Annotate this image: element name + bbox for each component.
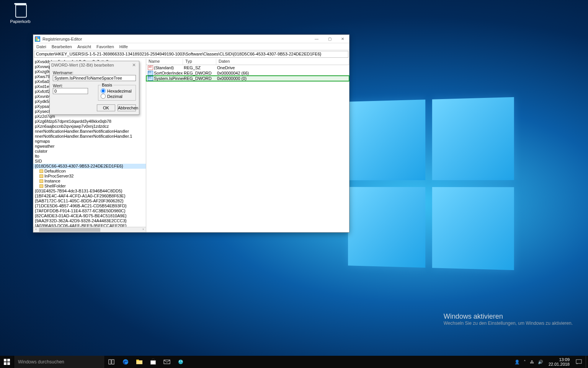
show-desktop-button[interactable] [586, 356, 588, 368]
cancel-button[interactable]: Abbrechen [118, 104, 136, 111]
menu-datei[interactable]: Datei [36, 44, 46, 49]
value-name: System.IsPinnedTo... [154, 76, 184, 81]
svg-rect-7 [136, 360, 142, 364]
volume-icon[interactable]: 🔊 [538, 360, 543, 365]
value-name: SortOrderIndex [154, 71, 184, 75]
tree-item[interactable]: SID [33, 159, 146, 164]
values-pane: Name Typ Daten (Standard)REG_SZOneDriveS… [146, 59, 349, 232]
value-data: 0x00000042 (66) [217, 71, 349, 75]
task-view-button[interactable] [105, 356, 119, 368]
col-name[interactable]: Name [146, 59, 183, 65]
col-typ[interactable]: Typ [183, 59, 216, 65]
scroll-left-icon[interactable]: ‹ [33, 227, 39, 233]
people-icon[interactable]: 👤 [514, 360, 520, 365]
menu-ansicht[interactable]: Ansicht [77, 44, 91, 49]
wertname-label: Wertname: [53, 70, 136, 75]
window-title: Registrierungs-Editor [42, 37, 82, 41]
folder-icon [39, 174, 43, 178]
tree-item[interactable]: nnerNotificationHandler.BannerNotificati… [33, 129, 146, 134]
tree-item-selected[interactable]: {018D5C66-4533-4307-9B53-224DE2ED1FE6} [33, 164, 146, 169]
svg-rect-9 [150, 360, 156, 365]
clock-date: 22.01.2018 [549, 362, 570, 366]
value-row[interactable]: SortOrderIndexREG_DWORD0x00000042 (66) [146, 70, 349, 76]
list-header[interactable]: Name Typ Daten [146, 59, 349, 65]
tree-item[interactable]: pXzg6fdzp57dpmt1dqardd3y48kkx0qb78 [33, 119, 146, 124]
svg-rect-4 [109, 360, 111, 364]
wallpaper-windows-logo [348, 97, 514, 270]
action-center-icon[interactable] [572, 356, 586, 368]
recycle-bin[interactable]: Papierkorb [7, 2, 34, 24]
tree-item[interactable]: {82CA8DE3-01AD-4CEA-9D75-BE4C51810A9E} [33, 213, 146, 218]
app-icon[interactable] [174, 356, 188, 368]
search-placeholder: Windows durchsuchen [18, 359, 64, 365]
menu-bearbeiten[interactable]: Bearbeiten [52, 44, 72, 49]
value-icon [148, 76, 153, 81]
watermark-title: Windows aktivieren [444, 313, 573, 321]
svg-rect-8 [136, 360, 139, 361]
clock[interactable]: 13:09 22.01.2018 [546, 357, 572, 366]
regedit-icon [35, 36, 40, 42]
store-icon[interactable] [146, 356, 160, 368]
tree-item[interactable]: pXzn6aajbccnb2qvxjawp7v0xnj1zdzdcz [33, 124, 146, 129]
address-bar[interactable]: Computer\HKEY_USERS\S-1-5-21-369866333-1… [34, 51, 348, 58]
ok-button[interactable]: OK [97, 104, 115, 111]
value-type: REG_DWORD [184, 76, 217, 81]
scroll-thumb[interactable] [39, 228, 100, 232]
maximize-button[interactable]: ▢ [323, 35, 336, 43]
dialog-title: DWORD-Wert (32-Bit) bearbeiten [51, 63, 114, 67]
tree-item[interactable]: {031E4825-7B94-4dc3-B131-E946B44C8DD5} [33, 189, 146, 194]
svg-rect-2 [4, 362, 7, 365]
value-icon [148, 71, 153, 75]
clock-time: 13:09 [549, 357, 570, 362]
mail-icon[interactable] [160, 356, 174, 368]
value-type: REG_DWORD [184, 71, 217, 75]
value-row[interactable]: System.IsPinnedTo...REG_DWORD0x00000000 … [146, 76, 349, 81]
system-tray[interactable]: 👤 ˄ 🖧 🔊 [511, 360, 546, 365]
radio-hex[interactable] [101, 88, 106, 93]
edge-icon[interactable] [119, 356, 132, 368]
dialog-close-button[interactable]: ✕ [131, 62, 137, 68]
activation-watermark: Windows aktivieren Wechseln Sie zu den E… [444, 313, 573, 326]
value-data: OneDrive [217, 65, 349, 70]
tree-subitem[interactable]: DefaultIcon [33, 169, 146, 174]
titlebar[interactable]: Registrierungs-Editor — ▢ ✕ [33, 35, 349, 43]
radio-dec[interactable] [101, 94, 106, 99]
tree-item[interactable]: {7AFDFDDB-F914-11E4-8377-6C3BE50D980C} [33, 208, 146, 213]
tree-item[interactable]: {5AB7172C-9C11-405C-8DD5-AF20F3606282} [33, 199, 146, 204]
menu-favoriten[interactable]: Favoriten [96, 44, 114, 49]
recycle-bin-label: Papierkorb [7, 19, 34, 24]
tree-item[interactable]: {71DCE5D6-4B57-496B-AC21-CD5B54EB93FD} [33, 204, 146, 208]
minimize-button[interactable]: — [310, 35, 323, 43]
tray-chevron-icon[interactable]: ˄ [524, 360, 526, 365]
value-row[interactable]: (Standard)REG_SZOneDrive [146, 65, 349, 70]
svg-point-11 [178, 360, 183, 364]
tree-item[interactable]: lto [33, 154, 146, 159]
value-type: REG_SZ [184, 65, 217, 70]
tree-item[interactable]: ngmaps [33, 139, 146, 144]
menu-hilfe[interactable]: Hilfe [119, 44, 128, 49]
close-button[interactable]: ✕ [336, 35, 349, 43]
tree-item[interactable]: ngweather [33, 144, 146, 149]
dialog-titlebar[interactable]: DWORD-Wert (32-Bit) bearbeiten ✕ [50, 61, 139, 69]
tree-item[interactable]: culator [33, 149, 146, 154]
scroll-right-icon[interactable]: › [140, 227, 146, 233]
network-icon[interactable]: 🖧 [530, 360, 534, 364]
wert-input[interactable] [53, 88, 88, 94]
radio-hex-label: Hexadezimal [107, 89, 132, 93]
tree-hscrollbar[interactable]: ‹ › [33, 227, 146, 232]
search-box[interactable]: Windows durchsuchen [14, 356, 105, 368]
tree-item[interactable]: nnerNotificationHandler.BannerNotificati… [33, 134, 146, 139]
wertname-input[interactable] [53, 75, 136, 81]
tree-item[interactable]: {9AA2F32D-362A-42D9-9328-24A4483E2CCC3} [33, 218, 146, 223]
file-explorer-icon[interactable] [132, 356, 146, 368]
tree-item[interactable]: {1BF42E4C-4AF4-4CFD-A1A0-CF2960B8F63E} [33, 194, 146, 199]
tree-subitem[interactable]: InProcServer32 [33, 174, 146, 179]
folder-icon [39, 169, 43, 173]
recycle-bin-icon [13, 2, 28, 18]
wert-label: Wert: [53, 83, 88, 88]
start-button[interactable] [0, 356, 14, 368]
tree-subitem[interactable]: Instance [33, 179, 146, 184]
taskbar: Windows durchsuchen 👤 ˄ 🖧 🔊 13:09 22.01.… [0, 356, 588, 368]
tree-subitem[interactable]: ShellFolder [33, 184, 146, 189]
col-daten[interactable]: Daten [216, 59, 349, 65]
